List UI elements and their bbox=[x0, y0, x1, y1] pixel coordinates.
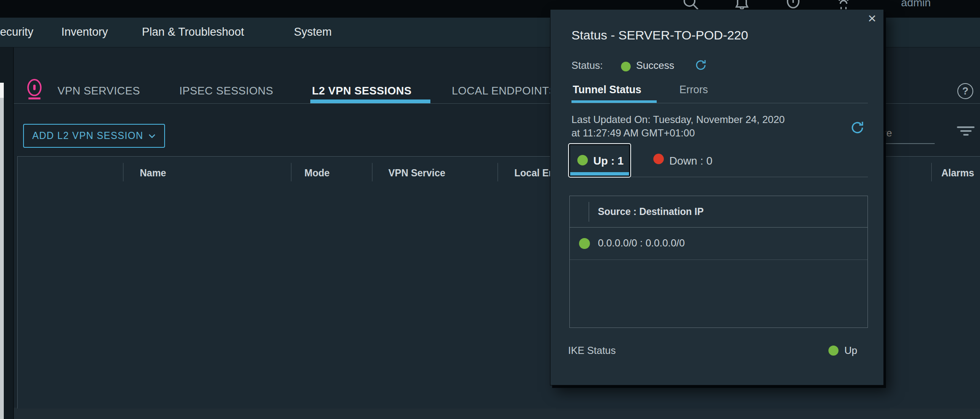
nav-item-system[interactable]: System bbox=[294, 26, 332, 39]
tunnel-up-dot bbox=[579, 238, 590, 249]
ike-status-label: IKE Status bbox=[568, 345, 616, 356]
tab-local-endpoints[interactable]: LOCAL ENDPOINTS bbox=[452, 84, 556, 97]
tunnel-status-table: Source : Destination IP 0.0.0.0/0 : 0.0.… bbox=[569, 196, 868, 328]
dialog-title: Status - SERVER-TO-POD-220 bbox=[571, 28, 748, 42]
tab-l2-vpn-sessions[interactable]: L2 VPN SESSIONS bbox=[312, 84, 411, 97]
nav-item-inventory[interactable]: Inventory bbox=[61, 26, 108, 39]
table-footer-strip bbox=[14, 408, 980, 419]
nav-item-plan-troubleshoot[interactable]: Plan & Troubleshoot bbox=[142, 26, 244, 39]
col-divider bbox=[931, 163, 932, 181]
caret-down-icon bbox=[148, 134, 156, 139]
up-chip-underline bbox=[570, 172, 629, 175]
tab-ipsec-sessions[interactable]: IPSEC SESSIONS bbox=[179, 84, 273, 97]
col-divider bbox=[291, 163, 291, 181]
close-icon[interactable]: × bbox=[865, 10, 880, 26]
status-dialog: × Status - SERVER-TO-POD-220 Status: Suc… bbox=[550, 9, 884, 385]
down-count-label[interactable]: Down : 0 bbox=[669, 155, 713, 168]
dialog-tab-errors[interactable]: Errors bbox=[679, 84, 708, 96]
status-refresh-icon[interactable] bbox=[694, 58, 707, 73]
col-header-name[interactable]: Name bbox=[140, 168, 166, 179]
tunnels-up-filter-chip[interactable]: Up : 1 bbox=[568, 143, 631, 178]
status-value: Success bbox=[636, 60, 674, 71]
status-label: Status: bbox=[571, 60, 603, 71]
tunnel-table-header: Source : Destination IP bbox=[570, 196, 867, 228]
status-success-dot bbox=[621, 62, 631, 71]
add-l2-vpn-session-label: ADD L2 VPN SESSION bbox=[32, 130, 143, 141]
col-header-mode[interactable]: Mode bbox=[304, 168, 330, 179]
col-divider bbox=[498, 163, 498, 181]
last-updated-line2: at 11:27:49 AM GMT+01:00 bbox=[571, 127, 695, 139]
tunnel-source-destination: 0.0.0.0/0 : 0.0.0.0/0 bbox=[598, 237, 685, 249]
add-l2-vpn-session-button[interactable]: ADD L2 VPN SESSION bbox=[23, 124, 165, 148]
up-dot bbox=[577, 155, 588, 165]
col-header-alarms[interactable]: Alarms bbox=[941, 168, 974, 179]
filter-input[interactable]: re bbox=[883, 127, 892, 139]
left-panel-edge bbox=[0, 83, 4, 98]
dialog-tabs-divider bbox=[571, 103, 868, 103]
nav-item-security[interactable]: ecurity bbox=[0, 26, 34, 39]
app-window: admin ecurity Inventory Plan & Troublesh… bbox=[0, 0, 980, 419]
left-panel-edge-lower bbox=[0, 98, 4, 419]
down-dot bbox=[653, 154, 664, 164]
ike-up-dot bbox=[828, 346, 839, 356]
chips-divider bbox=[631, 177, 868, 177]
dialog-col-divider bbox=[589, 202, 589, 222]
user-menu[interactable]: admin bbox=[901, 0, 931, 9]
active-tab-underline bbox=[310, 100, 430, 103]
tunnel-table-row[interactable]: 0.0.0.0/0 : 0.0.0.0/0 bbox=[570, 228, 867, 260]
filter-icon[interactable] bbox=[956, 126, 975, 138]
tunnel-table-header-label[interactable]: Source : Destination IP bbox=[598, 206, 704, 217]
col-divider bbox=[372, 163, 372, 181]
tab-vpn-services[interactable]: VPN SERVICES bbox=[58, 84, 140, 97]
ike-status-value: Up bbox=[844, 345, 857, 356]
page-help-icon[interactable]: ? bbox=[957, 83, 973, 99]
vpn-lock-icon bbox=[25, 79, 44, 102]
last-updated-line1: Last Updated On: Tuesday, November 24, 2… bbox=[571, 114, 785, 126]
dialog-tab-tunnel-status[interactable]: Tunnel Status bbox=[573, 84, 641, 96]
up-count-label: Up : 1 bbox=[593, 155, 624, 168]
col-divider bbox=[123, 163, 123, 181]
content-left-border bbox=[13, 47, 14, 419]
col-header-vpn-service[interactable]: VPN Service bbox=[388, 168, 445, 179]
tunnel-refresh-icon[interactable] bbox=[849, 120, 865, 137]
